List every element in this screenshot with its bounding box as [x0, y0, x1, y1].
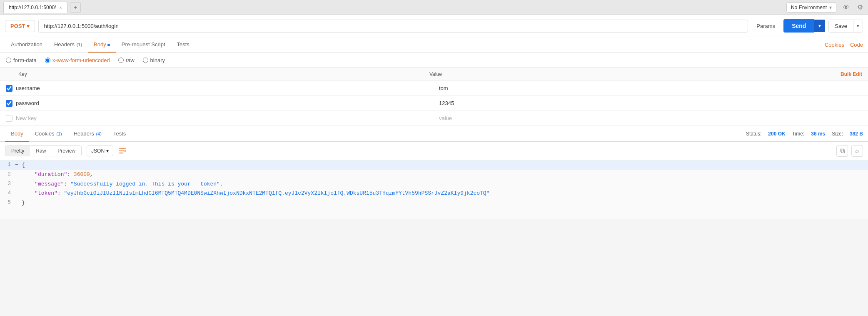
line-number-4: 4	[0, 189, 15, 197]
code-line-3: 3 "message": "Successfully logged in. Th…	[0, 180, 868, 189]
svg-rect-1	[119, 150, 124, 151]
format-tab-group: Pretty Raw Preview	[5, 145, 82, 156]
resp-tab-headers[interactable]: Headers (4)	[68, 126, 107, 142]
code-line-2: 2 "duration": 36000,	[0, 170, 868, 180]
save-button[interactable]: Save	[829, 20, 853, 32]
tab-bar-right: No Environment ▾ 👁 ⚙	[786, 3, 865, 13]
tab-headers[interactable]: Headers (1)	[48, 37, 88, 53]
eye-icon[interactable]: 👁	[841, 3, 851, 12]
row2-key: password	[16, 98, 436, 108]
raw-label: raw	[126, 57, 135, 63]
resp-tests-label: Tests	[113, 130, 126, 137]
fmt-tab-preview[interactable]: Preview	[52, 146, 81, 156]
new-value-placeholder[interactable]: value	[436, 113, 862, 123]
tab-body-label: Body	[94, 41, 106, 48]
new-tab-button[interactable]: +	[70, 2, 81, 13]
line-number-1: 1	[0, 161, 15, 169]
cookies-link[interactable]: Cookies	[825, 42, 844, 48]
fmt-tab-raw[interactable]: Raw	[30, 146, 52, 156]
req-tabs-right: Cookies Code	[825, 42, 863, 48]
svg-rect-2	[119, 153, 123, 153]
tab-headers-badge: (1)	[77, 42, 82, 47]
new-row-checkbox[interactable]	[6, 115, 12, 122]
radio-raw[interactable]	[118, 58, 124, 63]
row2-checkbox[interactable]	[6, 100, 12, 107]
new-key-placeholder[interactable]: New key	[16, 113, 436, 123]
gear-icon[interactable]: ⚙	[856, 3, 865, 12]
tab-url-label: http://127.0.0.1:5000/	[9, 5, 56, 10]
urlencoded-label: x-www-form-urlencoded	[52, 57, 110, 63]
status-label: Status:	[746, 131, 761, 137]
tab-authorization[interactable]: Authorization	[5, 37, 48, 53]
radio-urlencoded[interactable]	[45, 58, 50, 63]
resp-tab-tests[interactable]: Tests	[107, 126, 132, 142]
option-urlencoded[interactable]: x-www-form-urlencoded	[45, 57, 110, 63]
size-label: Size:	[832, 131, 843, 137]
resp-headers-label: Headers	[74, 130, 94, 137]
response-format-bar: Pretty Raw Preview JSON ▾ ⧉ ⌕	[0, 142, 868, 161]
resp-cookies-badge: (1)	[56, 131, 62, 136]
method-button[interactable]: POST ▾	[5, 20, 35, 32]
line-content-1: {	[22, 161, 868, 170]
row1-key: username	[16, 83, 436, 93]
body-options: form-data x-www-form-urlencoded raw bina…	[0, 53, 868, 68]
line-content-4: "token": "eyJhbGci0iJIUzI1NiIsImLhdCI6MT…	[22, 189, 868, 198]
resp-cookies-label: Cookies	[35, 130, 55, 137]
tab-close-icon[interactable]: ×	[59, 5, 62, 10]
tab-tests-label: Tests	[177, 41, 190, 48]
bulk-edit-button[interactable]: Bulk Edit	[841, 71, 862, 77]
fmt-tab-pretty[interactable]: Pretty	[5, 146, 30, 156]
size-value: 382 B	[850, 131, 863, 137]
tab-prerequest[interactable]: Pre-request Script	[116, 37, 171, 53]
code-link[interactable]: Code	[850, 42, 863, 48]
resp-tab-cookies[interactable]: Cookies (1)	[29, 126, 68, 142]
kv-key-header: Key	[6, 71, 429, 77]
params-button[interactable]: Params	[751, 20, 780, 32]
code-line-4: 4 "token": "eyJhbGci0iJIUzI1NiIsImLhdCI6…	[0, 189, 868, 198]
line-content-5: }	[22, 199, 868, 208]
request-tabs: Authorization Headers (1) Body Pre-reque…	[0, 37, 868, 53]
line-content-3: "message": "Successfully logged in. This…	[22, 180, 868, 189]
time-label: Time:	[792, 131, 805, 137]
option-raw[interactable]: raw	[118, 57, 135, 63]
url-bar: POST ▾ Params Send ▾ Save ▾	[0, 15, 868, 37]
row1-value: tom	[436, 83, 862, 93]
environment-dropdown[interactable]: No Environment ▾	[786, 3, 836, 13]
tab-tests[interactable]: Tests	[171, 37, 195, 53]
kv-table: Key Value Bulk Edit username tom passwor…	[0, 68, 868, 126]
tab-prerequest-label: Pre-request Script	[122, 41, 165, 48]
status-value: 200 OK	[768, 131, 785, 137]
line-number-2: 2	[0, 171, 15, 178]
resp-body-label: Body	[11, 130, 23, 137]
url-input[interactable]	[38, 20, 748, 33]
time-value: 36 ms	[811, 131, 825, 137]
method-chevron-icon: ▾	[27, 23, 30, 29]
tab-body[interactable]: Body	[88, 37, 116, 53]
save-dropdown-button[interactable]: ▾	[853, 20, 863, 32]
radio-binary[interactable]	[143, 58, 148, 63]
response-tabs-bar: Body Cookies (1) Headers (4) Tests Statu…	[0, 126, 868, 142]
format-right-actions: ⧉ ⌕	[836, 145, 863, 157]
binary-label: binary	[150, 57, 165, 63]
copy-icon[interactable]: ⧉	[836, 145, 848, 157]
row1-checkbox[interactable]	[6, 85, 12, 92]
send-button[interactable]: Send	[783, 19, 814, 33]
wrap-lines-icon[interactable]	[117, 145, 128, 157]
radio-form-data[interactable]	[6, 58, 11, 63]
format-type-dropdown[interactable]: JSON ▾	[87, 145, 113, 156]
resp-headers-badge: (4)	[96, 131, 101, 136]
body-dot-indicator	[107, 44, 110, 46]
format-type-label: JSON	[91, 148, 105, 154]
row2-value: 12345	[436, 98, 862, 108]
format-chevron-icon: ▾	[106, 148, 109, 154]
send-dropdown-button[interactable]: ▾	[814, 20, 825, 32]
kv-header: Key Value Bulk Edit	[0, 68, 868, 81]
response-status-bar: Status: 200 OK Time: 36 ms Size: 382 B	[746, 131, 863, 137]
resp-tab-body[interactable]: Body	[5, 126, 29, 142]
active-tab[interactable]: http://127.0.0.1:5000/ ×	[3, 2, 67, 13]
search-icon[interactable]: ⌕	[851, 145, 863, 157]
line-toggle-1[interactable]: −	[15, 161, 22, 170]
save-button-group: Save ▾	[828, 20, 863, 33]
option-binary[interactable]: binary	[143, 57, 165, 63]
option-form-data[interactable]: form-data	[6, 57, 37, 63]
